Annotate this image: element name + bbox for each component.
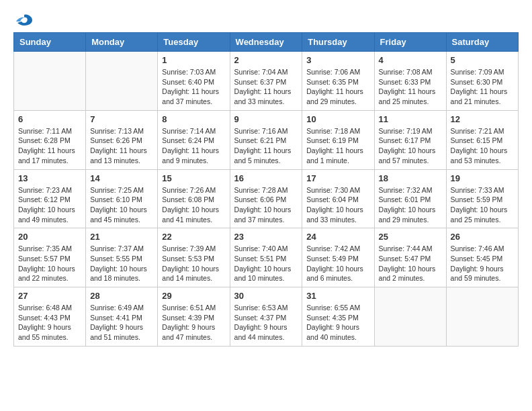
day-number: 17 [306, 173, 369, 183]
day-info: Sunrise: 7:13 AM Sunset: 6:26 PM Dayligh… [90, 126, 153, 166]
calendar-cell: 7Sunrise: 7:13 AM Sunset: 6:26 PM Daylig… [86, 110, 158, 169]
day-number: 19 [451, 173, 514, 183]
day-info: Sunrise: 7:18 AM Sunset: 6:19 PM Dayligh… [306, 126, 369, 166]
calendar-cell: 6Sunrise: 7:11 AM Sunset: 6:28 PM Daylig… [14, 110, 86, 169]
calendar-cell: 1Sunrise: 7:03 AM Sunset: 6:40 PM Daylig… [158, 52, 230, 111]
page-header [13, 13, 519, 26]
day-info: Sunrise: 7:03 AM Sunset: 6:40 PM Dayligh… [162, 67, 225, 107]
day-info: Sunrise: 7:39 AM Sunset: 5:53 PM Dayligh… [162, 244, 225, 283]
day-number: 8 [162, 114, 225, 124]
day-number: 24 [306, 232, 369, 242]
calendar-cell [374, 287, 446, 347]
calendar-cell: 13Sunrise: 7:23 AM Sunset: 6:12 PM Dayli… [14, 169, 86, 228]
calendar-cell: 26Sunrise: 7:46 AM Sunset: 5:45 PM Dayli… [446, 228, 518, 287]
day-number: 7 [90, 114, 153, 124]
week-row-4: 20Sunrise: 7:35 AM Sunset: 5:57 PM Dayli… [14, 228, 519, 287]
day-number: 18 [379, 173, 442, 183]
weekday-saturday: Saturday [446, 33, 518, 52]
week-row-1: 1Sunrise: 7:03 AM Sunset: 6:40 PM Daylig… [14, 52, 519, 111]
weekday-sunday: Sunday [14, 33, 86, 52]
calendar-cell: 23Sunrise: 7:40 AM Sunset: 5:51 PM Dayli… [230, 228, 302, 287]
calendar-cell: 10Sunrise: 7:18 AM Sunset: 6:19 PM Dayli… [302, 110, 374, 169]
day-number: 6 [18, 114, 81, 124]
calendar-cell: 19Sunrise: 7:33 AM Sunset: 5:59 PM Dayli… [446, 169, 518, 228]
calendar-cell: 20Sunrise: 7:35 AM Sunset: 5:57 PM Dayli… [14, 228, 86, 287]
calendar-cell: 17Sunrise: 7:30 AM Sunset: 6:04 PM Dayli… [302, 169, 374, 228]
day-number: 14 [90, 173, 153, 183]
calendar-cell [446, 287, 518, 347]
day-number: 22 [162, 232, 225, 242]
day-info: Sunrise: 7:11 AM Sunset: 6:28 PM Dayligh… [18, 126, 81, 166]
day-info: Sunrise: 7:25 AM Sunset: 6:10 PM Dayligh… [90, 185, 153, 225]
day-number: 13 [18, 173, 81, 183]
day-number: 11 [379, 114, 442, 124]
logo [13, 13, 34, 26]
calendar-cell: 11Sunrise: 7:19 AM Sunset: 6:17 PM Dayli… [374, 110, 446, 169]
calendar-cell: 18Sunrise: 7:32 AM Sunset: 6:01 PM Dayli… [374, 169, 446, 228]
weekday-tuesday: Tuesday [158, 33, 230, 52]
calendar-cell: 12Sunrise: 7:21 AM Sunset: 6:15 PM Dayli… [446, 110, 518, 169]
calendar-cell: 16Sunrise: 7:28 AM Sunset: 6:06 PM Dayli… [230, 169, 302, 228]
day-info: Sunrise: 7:35 AM Sunset: 5:57 PM Dayligh… [18, 244, 81, 283]
day-number: 23 [234, 232, 298, 242]
day-info: Sunrise: 7:37 AM Sunset: 5:55 PM Dayligh… [90, 244, 153, 283]
day-info: Sunrise: 7:04 AM Sunset: 6:37 PM Dayligh… [234, 67, 298, 107]
day-info: Sunrise: 7:19 AM Sunset: 6:17 PM Dayligh… [379, 126, 442, 166]
day-number: 29 [162, 291, 225, 301]
day-info: Sunrise: 7:08 AM Sunset: 6:33 PM Dayligh… [379, 67, 442, 107]
day-number: 4 [379, 55, 442, 65]
day-info: Sunrise: 7:14 AM Sunset: 6:24 PM Dayligh… [162, 126, 225, 166]
day-number: 31 [306, 291, 369, 301]
day-info: Sunrise: 7:46 AM Sunset: 5:45 PM Dayligh… [451, 244, 514, 283]
day-number: 5 [451, 55, 514, 65]
calendar-cell: 27Sunrise: 6:48 AM Sunset: 4:43 PM Dayli… [14, 287, 86, 347]
calendar-cell: 30Sunrise: 6:53 AM Sunset: 4:37 PM Dayli… [230, 287, 302, 347]
day-info: Sunrise: 6:51 AM Sunset: 4:39 PM Dayligh… [162, 303, 225, 342]
day-info: Sunrise: 6:53 AM Sunset: 4:37 PM Dayligh… [234, 303, 298, 342]
calendar-cell: 5Sunrise: 7:09 AM Sunset: 6:30 PM Daylig… [446, 52, 518, 111]
day-info: Sunrise: 7:06 AM Sunset: 6:35 PM Dayligh… [306, 67, 369, 107]
calendar-cell: 31Sunrise: 6:55 AM Sunset: 4:35 PM Dayli… [302, 287, 374, 347]
day-info: Sunrise: 7:42 AM Sunset: 5:49 PM Dayligh… [306, 244, 369, 283]
day-number: 10 [306, 114, 369, 124]
calendar-cell: 24Sunrise: 7:42 AM Sunset: 5:49 PM Dayli… [302, 228, 374, 287]
day-info: Sunrise: 6:55 AM Sunset: 4:35 PM Dayligh… [306, 303, 369, 342]
day-info: Sunrise: 7:16 AM Sunset: 6:21 PM Dayligh… [234, 126, 298, 166]
calendar-cell: 25Sunrise: 7:44 AM Sunset: 5:47 PM Dayli… [374, 228, 446, 287]
day-number: 3 [306, 55, 369, 65]
week-row-5: 27Sunrise: 6:48 AM Sunset: 4:43 PM Dayli… [14, 287, 519, 347]
calendar-cell: 3Sunrise: 7:06 AM Sunset: 6:35 PM Daylig… [302, 52, 374, 111]
calendar-cell: 22Sunrise: 7:39 AM Sunset: 5:53 PM Dayli… [158, 228, 230, 287]
day-number: 28 [90, 291, 153, 301]
calendar-cell [14, 52, 86, 111]
day-number: 2 [234, 55, 298, 65]
day-number: 30 [234, 291, 298, 301]
day-info: Sunrise: 7:44 AM Sunset: 5:47 PM Dayligh… [379, 244, 442, 283]
day-number: 21 [90, 232, 153, 242]
calendar-cell [86, 52, 158, 111]
calendar-cell: 9Sunrise: 7:16 AM Sunset: 6:21 PM Daylig… [230, 110, 302, 169]
day-info: Sunrise: 7:33 AM Sunset: 5:59 PM Dayligh… [451, 185, 514, 225]
calendar-cell: 29Sunrise: 6:51 AM Sunset: 4:39 PM Dayli… [158, 287, 230, 347]
day-info: Sunrise: 7:32 AM Sunset: 6:01 PM Dayligh… [379, 185, 442, 225]
calendar-cell: 28Sunrise: 6:49 AM Sunset: 4:41 PM Dayli… [86, 287, 158, 347]
calendar-cell: 8Sunrise: 7:14 AM Sunset: 6:24 PM Daylig… [158, 110, 230, 169]
weekday-wednesday: Wednesday [230, 33, 302, 52]
weekday-header-row: SundayMondayTuesdayWednesdayThursdayFrid… [14, 33, 519, 52]
day-number: 9 [234, 114, 298, 124]
calendar-cell: 15Sunrise: 7:26 AM Sunset: 6:08 PM Dayli… [158, 169, 230, 228]
day-number: 1 [162, 55, 225, 65]
day-number: 25 [379, 232, 442, 242]
day-info: Sunrise: 7:21 AM Sunset: 6:15 PM Dayligh… [451, 126, 514, 166]
calendar-table: SundayMondayTuesdayWednesdayThursdayFrid… [13, 32, 519, 347]
day-info: Sunrise: 7:30 AM Sunset: 6:04 PM Dayligh… [306, 185, 369, 225]
logo-bird-icon [15, 13, 34, 28]
week-row-2: 6Sunrise: 7:11 AM Sunset: 6:28 PM Daylig… [14, 110, 519, 169]
day-number: 20 [18, 232, 81, 242]
weekday-monday: Monday [86, 33, 158, 52]
calendar-cell: 14Sunrise: 7:25 AM Sunset: 6:10 PM Dayli… [86, 169, 158, 228]
day-info: Sunrise: 6:48 AM Sunset: 4:43 PM Dayligh… [18, 303, 81, 342]
day-number: 12 [451, 114, 514, 124]
week-row-3: 13Sunrise: 7:23 AM Sunset: 6:12 PM Dayli… [14, 169, 519, 228]
day-info: Sunrise: 7:23 AM Sunset: 6:12 PM Dayligh… [18, 185, 81, 225]
